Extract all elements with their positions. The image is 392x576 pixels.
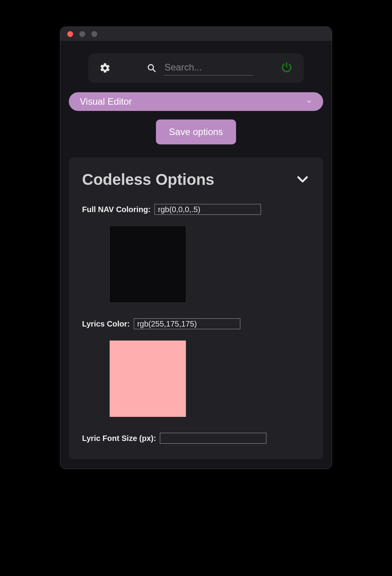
gear-icon[interactable] <box>99 62 111 74</box>
options-panel: Codeless Options Full NAV Coloring: Lyri… <box>69 158 323 459</box>
search-input[interactable] <box>164 61 253 76</box>
section-dropdown[interactable]: Visual Editor <box>69 92 323 111</box>
chevron-down-icon <box>306 98 312 105</box>
lyrics-color-input[interactable] <box>134 318 240 329</box>
window-titlebar <box>60 27 332 41</box>
nav-color-label: Full NAV Coloring: <box>82 205 150 214</box>
nav-color-row: Full NAV Coloring: <box>82 204 310 215</box>
window-zoom-dot[interactable] <box>91 31 97 37</box>
power-icon[interactable] <box>280 61 293 75</box>
lyrics-color-row: Lyrics Color: <box>82 318 310 329</box>
app-window: Visual Editor Save options Codeless Opti… <box>60 26 332 469</box>
chevron-down-icon <box>295 172 310 188</box>
save-options-button[interactable]: Save options <box>156 119 236 144</box>
window-minimize-dot[interactable] <box>79 31 85 37</box>
search-icon[interactable] <box>147 63 157 73</box>
lyric-font-size-row: Lyric Font Size (px): <box>82 433 310 444</box>
search-wrap <box>147 61 270 76</box>
lyrics-color-label: Lyrics Color: <box>82 320 130 328</box>
nav-color-swatch[interactable] <box>109 226 186 303</box>
window-close-dot[interactable] <box>67 31 73 37</box>
dropdown-label: Visual Editor <box>80 96 132 107</box>
top-toolbar <box>88 53 304 83</box>
panel-header[interactable]: Codeless Options <box>82 171 310 188</box>
lyrics-color-swatch[interactable] <box>109 340 186 417</box>
window-content: Visual Editor Save options Codeless Opti… <box>60 41 332 469</box>
lyric-font-size-input[interactable] <box>160 433 266 444</box>
lyric-font-size-label: Lyric Font Size (px): <box>82 434 156 443</box>
svg-point-0 <box>148 65 153 70</box>
panel-title: Codeless Options <box>82 171 214 188</box>
nav-color-input[interactable] <box>154 204 261 215</box>
svg-line-1 <box>153 69 156 72</box>
